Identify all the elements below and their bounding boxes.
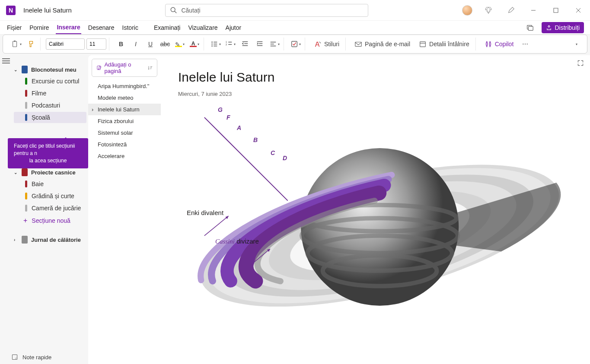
ring-label-B: B: [253, 136, 258, 143]
section-item-podcasts[interactable]: Podcasturi: [14, 100, 86, 111]
svg-text:2: 2: [226, 43, 227, 46]
align-button[interactable]: ▾: [268, 38, 281, 50]
menu-history[interactable]: Istoric: [121, 22, 139, 34]
section-color-icon: [25, 78, 27, 85]
styles-button[interactable]: Stiluri: [310, 40, 343, 48]
section-label: Cameră de jucărie: [32, 205, 81, 212]
svg-rect-29: [292, 41, 297, 47]
font-color-button[interactable]: A▾: [188, 38, 201, 50]
underline-button[interactable]: U: [144, 38, 157, 50]
notebook-label: Jurnal de călătorie: [31, 237, 81, 243]
format-painter-button[interactable]: [25, 38, 38, 50]
premium-icon[interactable]: [482, 4, 495, 17]
search-container: Căutați: [165, 4, 368, 17]
meeting-details-label: Detalii întâlnire: [429, 41, 469, 47]
ribbon-expand-icon[interactable]: ▾: [570, 38, 583, 50]
meeting-details-button[interactable]: Detalii întâlnire: [415, 40, 473, 48]
page-item[interactable]: Fotosinteză: [88, 139, 161, 150]
italic-button[interactable]: I: [129, 38, 142, 50]
search-icon: [170, 6, 178, 14]
close-button[interactable]: [572, 4, 585, 17]
section-label: Filme: [32, 90, 46, 97]
sort-icon[interactable]: [147, 65, 153, 71]
nav-toggle-button[interactable]: [2, 58, 10, 65]
menu-draw[interactable]: Desenare: [87, 22, 115, 34]
page-item[interactable]: Sistemul solar: [88, 127, 161, 139]
paste-button[interactable]: ▾: [10, 38, 23, 50]
compose-icon: [96, 65, 102, 71]
indent-button[interactable]: [253, 38, 266, 50]
copilot-button[interactable]: Copilot: [481, 40, 517, 48]
notebook-icon: [22, 168, 28, 176]
font-size-select[interactable]: [86, 38, 106, 50]
section-color-icon: [25, 102, 27, 109]
strikethrough-button[interactable]: abc: [159, 38, 172, 50]
menu-help[interactable]: Ajutor: [225, 22, 242, 34]
plus-icon: +: [23, 217, 27, 225]
section-item-playroom[interactable]: Cameră de jucărie: [14, 203, 86, 214]
chevron-down-icon: ⌄: [14, 67, 18, 72]
notebook-icon: [22, 236, 28, 244]
page-date: Miercuri, 7 iunie 2023: [178, 91, 573, 97]
note-icon: [11, 354, 18, 361]
page-item[interactable]: Accelerare: [88, 150, 161, 162]
new-section-button-2[interactable]: +Secțiune nouă: [12, 214, 88, 227]
quick-notes-button[interactable]: Note rapide: [11, 354, 51, 361]
section-item-school[interactable]: Școală: [14, 112, 86, 123]
svg-rect-3: [554, 8, 558, 13]
section-label: Școală: [32, 114, 50, 121]
section-item-garden[interactable]: Grădină și curte: [14, 190, 86, 202]
outdent-button[interactable]: [239, 38, 252, 50]
notebook-header-travel-journal[interactable]: › Jurnal de călătorie: [12, 234, 88, 245]
section-item-camping[interactable]: Excursie cu cortul: [14, 76, 86, 87]
page-item[interactable]: Aripa Hummingbird.": [88, 80, 161, 92]
saturn-illustration: G F A B C D Enki divalent Cassini diviza…: [178, 98, 573, 355]
highlight-button[interactable]: ✎▾: [173, 38, 186, 50]
svg-line-50: [204, 117, 288, 201]
maximize-button[interactable]: [549, 4, 562, 17]
menu-view[interactable]: Vizualizare: [187, 22, 218, 34]
copilot-label: Copilot: [495, 41, 514, 47]
email-page-label: Pagină de e-mail: [365, 41, 410, 47]
share-icon: [546, 25, 552, 31]
svg-rect-7: [529, 26, 533, 30]
search-placeholder: Căutați: [181, 7, 200, 14]
more-ribbon-button[interactable]: ⋯: [519, 38, 532, 50]
svg-rect-51: [12, 355, 17, 359]
page-item[interactable]: Modele meteo: [88, 92, 161, 104]
share-label: Distribuiți: [555, 24, 580, 31]
todo-tag-button[interactable]: ▾: [289, 38, 302, 50]
minimize-button[interactable]: [527, 4, 540, 17]
share-button[interactable]: Distribuiți: [542, 22, 584, 33]
search-box[interactable]: Căutați: [165, 4, 368, 17]
notebook-label: Proiecte casnice: [31, 169, 76, 176]
font-name-select[interactable]: [46, 38, 85, 50]
numbered-list-button[interactable]: 12▾: [224, 38, 237, 50]
menu-home[interactable]: Pornire: [29, 22, 50, 34]
styles-icon: [314, 40, 322, 48]
add-page-button[interactable]: Adăugați o pagină: [92, 59, 157, 77]
chevron-right-icon: ›: [14, 237, 18, 242]
svg-point-12: [211, 45, 212, 46]
page-item[interactable]: Inelele lui Saturn: [88, 104, 161, 115]
section-item-bath[interactable]: Baie: [14, 178, 86, 190]
notebook-header-my-notebook[interactable]: ⌄ Blocnotesul meu: [12, 64, 88, 75]
pen-icon[interactable]: [504, 4, 517, 17]
bullet-list-button[interactable]: ▾: [209, 38, 222, 50]
page-title[interactable]: Inelele lui Saturn: [178, 70, 573, 85]
menu-insert[interactable]: Inserare: [56, 21, 81, 34]
section-color-icon: [25, 193, 27, 199]
email-page-button[interactable]: Pagină de e-mail: [351, 40, 414, 48]
windows-icon[interactable]: [523, 21, 536, 34]
page-item[interactable]: Fizica zborului: [88, 115, 161, 127]
section-color-icon: [25, 205, 27, 212]
fullscreen-button[interactable]: [577, 60, 584, 68]
ring-label-F: F: [226, 114, 230, 121]
menu-file[interactable]: Fișier: [6, 22, 22, 34]
menu-review[interactable]: Examinați: [153, 22, 181, 34]
avatar[interactable]: [462, 5, 472, 16]
section-label: Excursie cu cortul: [32, 78, 79, 85]
section-item-movies[interactable]: Filme: [14, 88, 86, 99]
bold-button[interactable]: B: [115, 38, 128, 50]
section-label: Grădină și curte: [32, 193, 74, 199]
